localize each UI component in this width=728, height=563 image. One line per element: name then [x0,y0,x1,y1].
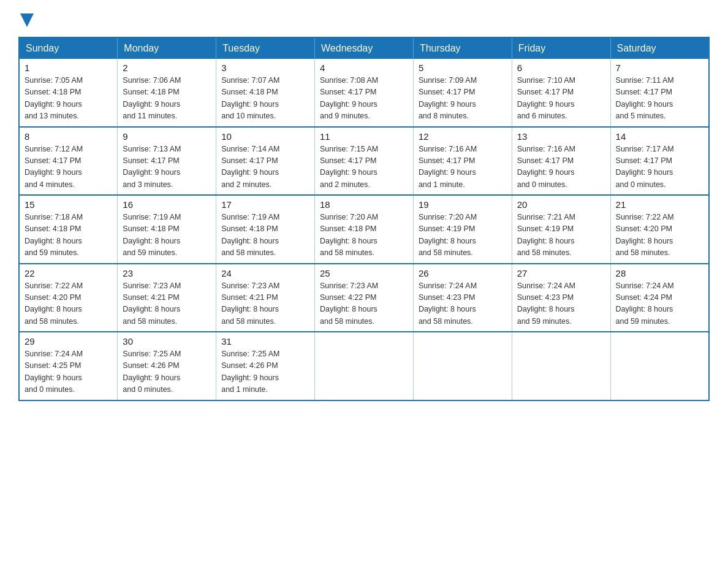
day-info: Sunrise: 7:25 AMSunset: 4:26 PMDaylight:… [221,348,309,396]
day-number: 29 [25,336,112,347]
week-row-4: 22Sunrise: 7:22 AMSunset: 4:20 PMDayligh… [19,264,709,332]
day-number: 4 [320,63,408,73]
calendar-cell: 26Sunrise: 7:24 AMSunset: 4:23 PMDayligh… [413,264,512,332]
day-number: 1 [25,63,112,73]
day-info: Sunrise: 7:11 AMSunset: 4:17 PMDaylight:… [616,75,703,123]
calendar-cell: 6Sunrise: 7:10 AMSunset: 4:17 PMDaylight… [512,59,610,127]
calendar-cell: 29Sunrise: 7:24 AMSunset: 4:25 PMDayligh… [19,332,118,400]
day-number: 28 [616,268,703,278]
day-number: 13 [517,131,605,142]
day-number: 27 [517,268,605,278]
calendar-cell: 14Sunrise: 7:17 AMSunset: 4:17 PMDayligh… [610,127,709,196]
calendar-cell: 8Sunrise: 7:12 AMSunset: 4:17 PMDaylight… [19,127,118,196]
calendar-cell: 27Sunrise: 7:24 AMSunset: 4:23 PMDayligh… [512,264,610,332]
day-info: Sunrise: 7:25 AMSunset: 4:26 PMDaylight:… [123,348,211,396]
day-number: 2 [123,63,211,73]
logo [18,12,34,25]
calendar-cell: 2Sunrise: 7:06 AMSunset: 4:18 PMDaylight… [118,59,216,127]
day-info: Sunrise: 7:10 AMSunset: 4:17 PMDaylight:… [517,75,605,123]
day-number: 3 [221,63,309,73]
day-number: 12 [419,131,507,142]
header-monday: Monday [118,37,216,59]
calendar-cell: 30Sunrise: 7:25 AMSunset: 4:26 PMDayligh… [118,332,216,400]
day-number: 6 [517,63,605,73]
logo-arrow-icon [20,13,34,27]
svg-marker-0 [20,13,34,27]
day-info: Sunrise: 7:07 AMSunset: 4:18 PMDaylight:… [221,75,309,123]
calendar-cell: 11Sunrise: 7:15 AMSunset: 4:17 PMDayligh… [315,127,414,196]
day-number: 24 [221,268,309,278]
day-number: 31 [221,336,309,347]
calendar-cell: 12Sunrise: 7:16 AMSunset: 4:17 PMDayligh… [413,127,512,196]
header-sunday: Sunday [19,37,118,59]
day-number: 18 [320,199,408,210]
calendar-cell: 16Sunrise: 7:19 AMSunset: 4:18 PMDayligh… [118,195,216,264]
calendar-table: SundayMondayTuesdayWednesdayThursdayFrid… [18,37,710,401]
week-row-1: 1Sunrise: 7:05 AMSunset: 4:18 PMDaylight… [19,59,709,127]
week-row-2: 8Sunrise: 7:12 AMSunset: 4:17 PMDaylight… [19,127,709,196]
day-info: Sunrise: 7:17 AMSunset: 4:17 PMDaylight:… [616,144,703,191]
day-info: Sunrise: 7:19 AMSunset: 4:18 PMDaylight:… [221,212,309,259]
calendar-cell: 31Sunrise: 7:25 AMSunset: 4:26 PMDayligh… [216,332,315,400]
calendar-cell: 19Sunrise: 7:20 AMSunset: 4:19 PMDayligh… [413,195,512,264]
day-number: 26 [419,268,507,278]
day-info: Sunrise: 7:05 AMSunset: 4:18 PMDaylight:… [25,75,112,123]
calendar-cell: 23Sunrise: 7:23 AMSunset: 4:21 PMDayligh… [118,264,216,332]
calendar-cell [512,332,610,400]
day-info: Sunrise: 7:06 AMSunset: 4:18 PMDaylight:… [123,75,211,123]
calendar-cell: 1Sunrise: 7:05 AMSunset: 4:18 PMDaylight… [19,59,118,127]
week-row-5: 29Sunrise: 7:24 AMSunset: 4:25 PMDayligh… [19,332,709,400]
day-info: Sunrise: 7:15 AMSunset: 4:17 PMDaylight:… [320,144,408,191]
day-info: Sunrise: 7:20 AMSunset: 4:19 PMDaylight:… [419,212,507,259]
header-friday: Friday [512,37,610,59]
day-info: Sunrise: 7:23 AMSunset: 4:21 PMDaylight:… [221,280,309,328]
day-number: 17 [221,199,309,210]
day-info: Sunrise: 7:08 AMSunset: 4:17 PMDaylight:… [320,75,408,123]
day-number: 8 [25,131,112,142]
day-info: Sunrise: 7:14 AMSunset: 4:17 PMDaylight:… [221,144,309,191]
day-number: 14 [616,131,703,142]
calendar-cell: 7Sunrise: 7:11 AMSunset: 4:17 PMDaylight… [610,59,709,127]
day-info: Sunrise: 7:24 AMSunset: 4:25 PMDaylight:… [25,348,112,396]
day-info: Sunrise: 7:22 AMSunset: 4:20 PMDaylight:… [25,280,112,328]
day-info: Sunrise: 7:16 AMSunset: 4:17 PMDaylight:… [419,144,507,191]
calendar-cell: 13Sunrise: 7:16 AMSunset: 4:17 PMDayligh… [512,127,610,196]
day-number: 30 [123,336,211,347]
page-header [18,12,710,25]
day-info: Sunrise: 7:09 AMSunset: 4:17 PMDaylight:… [419,75,507,123]
header-wednesday: Wednesday [315,37,414,59]
calendar-cell: 17Sunrise: 7:19 AMSunset: 4:18 PMDayligh… [216,195,315,264]
day-number: 23 [123,268,211,278]
day-number: 20 [517,199,605,210]
calendar-cell: 28Sunrise: 7:24 AMSunset: 4:24 PMDayligh… [610,264,709,332]
day-number: 10 [221,131,309,142]
calendar-cell: 22Sunrise: 7:22 AMSunset: 4:20 PMDayligh… [19,264,118,332]
day-info: Sunrise: 7:22 AMSunset: 4:20 PMDaylight:… [616,212,703,259]
day-info: Sunrise: 7:23 AMSunset: 4:22 PMDaylight:… [320,280,408,328]
calendar-cell: 5Sunrise: 7:09 AMSunset: 4:17 PMDaylight… [413,59,512,127]
calendar-cell: 21Sunrise: 7:22 AMSunset: 4:20 PMDayligh… [610,195,709,264]
calendar-cell: 9Sunrise: 7:13 AMSunset: 4:17 PMDaylight… [118,127,216,196]
week-row-3: 15Sunrise: 7:18 AMSunset: 4:18 PMDayligh… [19,195,709,264]
calendar-cell: 24Sunrise: 7:23 AMSunset: 4:21 PMDayligh… [216,264,315,332]
day-info: Sunrise: 7:21 AMSunset: 4:19 PMDaylight:… [517,212,605,259]
calendar-cell [610,332,709,400]
day-info: Sunrise: 7:12 AMSunset: 4:17 PMDaylight:… [25,144,112,191]
day-number: 7 [616,63,703,73]
header-saturday: Saturday [610,37,709,59]
day-info: Sunrise: 7:13 AMSunset: 4:17 PMDaylight:… [123,144,211,191]
day-number: 25 [320,268,408,278]
day-number: 5 [419,63,507,73]
day-number: 22 [25,268,112,278]
day-info: Sunrise: 7:24 AMSunset: 4:24 PMDaylight:… [616,280,703,328]
day-info: Sunrise: 7:19 AMSunset: 4:18 PMDaylight:… [123,212,211,259]
header-tuesday: Tuesday [216,37,315,59]
day-number: 19 [419,199,507,210]
day-number: 16 [123,199,211,210]
calendar-cell [413,332,512,400]
calendar-cell: 25Sunrise: 7:23 AMSunset: 4:22 PMDayligh… [315,264,414,332]
calendar-cell: 18Sunrise: 7:20 AMSunset: 4:18 PMDayligh… [315,195,414,264]
calendar-cell: 15Sunrise: 7:18 AMSunset: 4:18 PMDayligh… [19,195,118,264]
day-number: 11 [320,131,408,142]
calendar-header-row: SundayMondayTuesdayWednesdayThursdayFrid… [19,37,709,59]
